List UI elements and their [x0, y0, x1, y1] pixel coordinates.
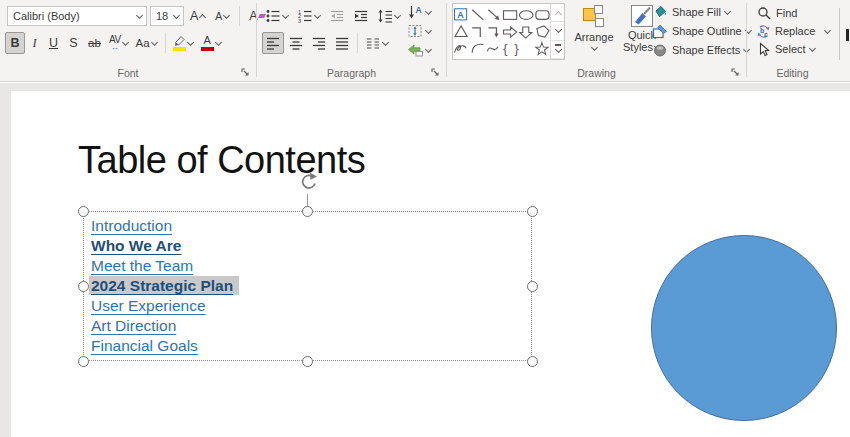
- toc-link-who-we-are[interactable]: Who We Are: [91, 237, 181, 254]
- shape-fill-button[interactable]: Shape Fill: [652, 3, 731, 21]
- smartart-icon: [407, 42, 424, 58]
- resize-handle-middle-right[interactable]: [527, 281, 538, 292]
- font-color-button[interactable]: A: [198, 32, 225, 54]
- shapes-gallery-icons: A: [453, 4, 550, 59]
- resize-handle-top-center[interactable]: [302, 206, 313, 217]
- columns-button[interactable]: [362, 32, 392, 54]
- font-dialog-launcher[interactable]: [239, 66, 251, 78]
- svg-text:}: }: [514, 41, 519, 56]
- elbow-connector-shape[interactable]: [472, 28, 480, 37]
- shapes-gallery[interactable]: A: [452, 3, 565, 60]
- font-name-combobox[interactable]: Calibri (Body): [7, 6, 147, 26]
- shape-outline-button[interactable]: Shape Outline: [652, 22, 752, 40]
- increase-indent-button[interactable]: [350, 5, 372, 27]
- arrange-button[interactable]: Arrange: [571, 2, 617, 62]
- chevron-down-icon: [314, 11, 321, 18]
- text-direction-button[interactable]: A: [407, 3, 432, 21]
- rotation-handle[interactable]: [297, 172, 319, 194]
- bold-button[interactable]: B: [5, 32, 25, 54]
- rounded-rectangle-shape[interactable]: [536, 11, 549, 20]
- italic-button[interactable]: I: [26, 32, 43, 54]
- toc-link-user-experience[interactable]: User Experience: [91, 297, 206, 314]
- align-text-button[interactable]: [407, 22, 432, 40]
- resize-handle-bottom-right[interactable]: [527, 356, 538, 367]
- gallery-scroll-down-button[interactable]: [551, 22, 564, 40]
- down-arrow-shape[interactable]: [520, 27, 532, 38]
- underline-button[interactable]: U: [44, 32, 63, 54]
- line-shape[interactable]: [472, 10, 483, 20]
- line-arrow-shape[interactable]: [488, 10, 499, 20]
- chevron-down-icon: [809, 44, 816, 51]
- align-center-button[interactable]: [285, 32, 307, 54]
- gallery-more-button[interactable]: [551, 41, 564, 59]
- triangle-shape[interactable]: [455, 26, 467, 37]
- resize-handle-top-left[interactable]: [78, 206, 89, 217]
- paragraph-dialog-launcher[interactable]: [429, 66, 441, 78]
- gallery-scrollbar: [550, 4, 564, 59]
- resize-handle-middle-left[interactable]: [78, 281, 89, 292]
- right-brace-shape[interactable]: }: [514, 41, 519, 56]
- bullets-button[interactable]: [262, 5, 292, 27]
- right-arrow-shape[interactable]: [504, 27, 517, 37]
- numbering-button[interactable]: 123: [294, 5, 324, 27]
- font-size-combobox[interactable]: 18: [150, 6, 184, 26]
- align-center-icon: [288, 35, 304, 51]
- character-spacing-button[interactable]: AV↔: [106, 32, 132, 54]
- left-brace-shape[interactable]: {: [503, 41, 508, 56]
- text-highlight-color-button[interactable]: [170, 32, 197, 54]
- replace-button[interactable]: b c Replace: [756, 22, 831, 40]
- shape-effects-label: Shape Effects: [672, 44, 740, 56]
- scribble-shape[interactable]: [455, 46, 467, 53]
- shape-effects-button[interactable]: Shape Effects: [652, 41, 750, 59]
- toc-link-2024-strategic-plan[interactable]: 2024 Strategic Plan: [89, 276, 239, 295]
- font-color-letter: A: [204, 35, 211, 46]
- decrease-font-size-button[interactable]: A: [212, 5, 233, 27]
- toc-link-introduction[interactable]: Introduction: [91, 217, 172, 234]
- convert-to-smartart-button[interactable]: [407, 41, 432, 59]
- chevron-down-icon: [425, 7, 432, 14]
- list-item: Who We Are: [91, 236, 239, 256]
- drawing-group-label: Drawing: [447, 67, 746, 79]
- line-spacing-button[interactable]: [374, 5, 404, 27]
- bullet-list-icon: [265, 8, 281, 24]
- chevron-down-icon: [591, 44, 598, 51]
- text-shadow-button[interactable]: S: [64, 32, 83, 54]
- star-shape[interactable]: [536, 43, 549, 55]
- chevron-down-icon: [215, 38, 222, 45]
- resize-handle-bottom-center[interactable]: [302, 356, 313, 367]
- toc-link-financial-goals[interactable]: Financial Goals: [91, 337, 198, 354]
- text-box-shape[interactable]: A: [455, 9, 467, 20]
- list-item: 2024 Strategic Plan: [91, 276, 239, 296]
- slide-title[interactable]: Table of Contents: [78, 139, 365, 182]
- chevron-down-icon: [151, 38, 158, 45]
- toc-link-art-direction[interactable]: Art Direction: [91, 317, 176, 334]
- resize-handle-bottom-left[interactable]: [78, 356, 89, 367]
- align-left-button[interactable]: [262, 32, 284, 54]
- align-right-button[interactable]: [308, 32, 330, 54]
- increase-font-size-button[interactable]: A: [187, 5, 209, 27]
- strikethrough-button[interactable]: ab: [84, 32, 105, 54]
- svg-text:A: A: [416, 5, 422, 15]
- resize-handle-top-right[interactable]: [527, 206, 538, 217]
- line-spacing-icon: [377, 8, 393, 24]
- slide-canvas[interactable]: Table of Contents Introduction Who We Ar…: [11, 91, 850, 437]
- decrease-indent-button[interactable]: [326, 5, 348, 27]
- change-case-button[interactable]: Aa: [133, 32, 161, 54]
- replace-icon: b c: [756, 24, 771, 39]
- find-button[interactable]: Find: [757, 4, 799, 22]
- select-button[interactable]: Select: [757, 40, 816, 58]
- curve-shape[interactable]: [487, 47, 498, 52]
- justify-button[interactable]: [331, 32, 353, 54]
- gallery-scroll-up-button[interactable]: [551, 4, 564, 22]
- oval-shape[interactable]: [519, 11, 533, 20]
- rectangle-shape[interactable]: [504, 11, 517, 20]
- replace-label: Replace: [775, 25, 815, 37]
- drawing-dialog-launcher[interactable]: [729, 66, 741, 78]
- divider: [357, 33, 358, 53]
- elbow-arrow-connector-shape[interactable]: [488, 28, 498, 38]
- shrink-font-icon: A: [215, 10, 222, 22]
- freeform-shape[interactable]: [537, 26, 549, 37]
- arc-shape[interactable]: [472, 44, 483, 52]
- toc-link-meet-the-team[interactable]: Meet the Team: [91, 257, 193, 274]
- oval-shape-on-slide[interactable]: [651, 235, 837, 421]
